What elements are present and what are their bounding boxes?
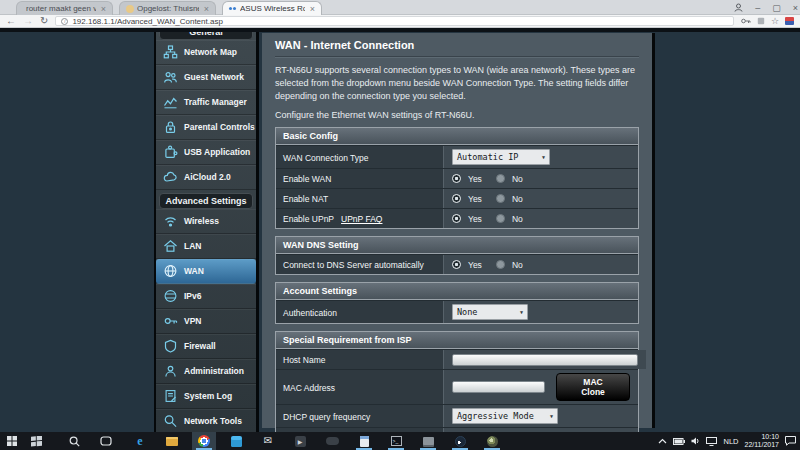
search-icon [69, 436, 80, 447]
sidebar-item-label: USB Application [184, 147, 250, 157]
wan-settings-content: WAN - Internet Connection RT-N66U suppor… [262, 33, 655, 428]
tab-title: ASUS Wireless Router RT [240, 4, 305, 13]
profile-icon[interactable] [734, 3, 743, 12]
mac-clone-button[interactable]: MAC Clone [556, 373, 630, 401]
banner-bottom-strip [0, 28, 800, 32]
network-icon[interactable] [706, 437, 717, 446]
sidebar-item-aicloud[interactable]: AiCloud 2.0 [156, 165, 256, 190]
movies-tv-icon: ▶ [295, 436, 306, 447]
authentication-select[interactable]: None▼ [452, 304, 528, 320]
sidebar-item-ipv6[interactable]: IPv6 [156, 284, 256, 309]
enable-wan-no-radio[interactable] [496, 174, 505, 183]
row-label: Enable NAT [276, 189, 444, 208]
taskbar-steam-item[interactable] [448, 432, 472, 450]
table-row: Host Name [276, 349, 638, 369]
upnp-faq-link[interactable]: UPnP FAQ [341, 214, 382, 224]
extension-icon[interactable] [785, 17, 794, 25]
radio-label: Yes [468, 174, 482, 184]
taskbar-command-prompt-item[interactable]: >_ [384, 432, 408, 450]
start-button[interactable] [0, 432, 24, 450]
row-label: Connect to DNS Server automatically [276, 255, 444, 274]
clock-date: 22/11/2017 [744, 441, 779, 449]
radio-label: Yes [468, 194, 482, 204]
taskbar-windows-item[interactable] [24, 432, 48, 450]
sidebar-item-firewall[interactable]: Firewall [156, 334, 256, 359]
star-icon[interactable]: ☆ [771, 17, 779, 26]
browser-tab-strip: router maakt geen verbi × Opgelost: Thui… [0, 0, 800, 15]
taskbar-movies-tv-item[interactable]: ▶ [288, 432, 312, 450]
section-basic-config: Basic Config WAN Connection Type Automat… [275, 127, 639, 229]
language-indicator[interactable]: NLD [723, 437, 738, 446]
sidebar-item-network-map[interactable]: Network Map [156, 40, 256, 65]
sidebar-item-label: VPN [184, 316, 201, 326]
forward-icon[interactable]: → [23, 16, 33, 26]
host-name-input[interactable] [452, 354, 638, 366]
enable-upnp-yes-radio[interactable] [452, 214, 461, 223]
wireless-icon [163, 214, 178, 228]
close-tab-icon[interactable]: × [202, 4, 211, 14]
taskbar-clock[interactable]: 10:10 22/11/2017 [744, 433, 779, 450]
battery-icon[interactable] [673, 438, 685, 445]
parental-controls-icon [163, 120, 178, 134]
taskbar-onenote-item[interactable] [352, 432, 376, 450]
task-view-button[interactable] [94, 432, 118, 450]
dhcp-query-frequency-select[interactable]: Aggressive Mode▼ [452, 408, 558, 424]
volume-icon[interactable] [691, 437, 700, 445]
taskbar-chrome-item-active[interactable] [192, 432, 216, 450]
enable-nat-no-radio[interactable] [496, 194, 505, 203]
enable-wan-yes-radio[interactable] [452, 174, 461, 183]
maximize-icon[interactable]: ▢ [772, 3, 781, 13]
key-icon[interactable] [741, 17, 751, 25]
browser-tab-2[interactable]: Opgelost: Thuisnetwerk × [119, 1, 216, 15]
info-icon[interactable]: i [61, 18, 68, 25]
sidebar-item-traffic-manager[interactable]: Traffic Manager [156, 90, 256, 115]
taskbar-app-item[interactable] [480, 432, 504, 450]
close-tab-icon[interactable]: × [308, 4, 317, 14]
taskbar-search-button[interactable] [62, 432, 86, 450]
close-icon[interactable]: × [793, 3, 798, 13]
radio-label: No [512, 214, 523, 224]
hidden-icons-chevron[interactable] [658, 438, 667, 444]
sidebar-item-wan-selected[interactable]: WAN [156, 259, 256, 284]
lan-icon [163, 239, 178, 253]
enable-upnp-no-radio[interactable] [496, 214, 505, 223]
wan-connection-type-select[interactable]: Automatic IP▼ [452, 149, 550, 165]
administration-icon [163, 364, 178, 378]
refresh-icon[interactable]: ↻ [40, 16, 48, 26]
sidebar-item-wireless[interactable]: Wireless [156, 209, 256, 234]
mac-address-input[interactable] [452, 381, 545, 393]
browser-tab-1[interactable]: router maakt geen verbi × [16, 1, 113, 15]
chevron-down-icon: ▼ [520, 309, 523, 315]
action-center-icon[interactable] [785, 436, 796, 446]
sidebar-item-label: System Log [184, 391, 232, 401]
address-bar[interactable]: i 192.168.1.1/Advanced_WAN_Content.asp [55, 16, 734, 26]
sidebar-item-lan[interactable]: LAN [156, 234, 256, 259]
page-icon[interactable] [757, 17, 765, 25]
back-icon[interactable]: ← [6, 16, 16, 26]
taskbar-store-item[interactable] [224, 432, 248, 450]
taskbar-xbox-item[interactable] [320, 432, 344, 450]
taskbar-devices-item[interactable] [416, 432, 440, 450]
taskbar-edge-item[interactable]: e [128, 432, 152, 450]
sidebar-item-parental-controls[interactable]: Parental Controls [156, 115, 256, 140]
dns-auto-yes-radio[interactable] [452, 260, 461, 269]
url-text[interactable]: 192.168.1.1/Advanced_WAN_Content.asp [72, 17, 222, 26]
enable-nat-yes-radio[interactable] [452, 194, 461, 203]
table-row: Enable UPnP UPnP FAQ Yes No [276, 208, 638, 228]
sidebar-item-usb-application[interactable]: USB Application [156, 140, 256, 165]
sidebar-item-system-log[interactable]: System Log [156, 384, 256, 409]
close-tab-icon[interactable]: × [99, 4, 108, 14]
minimize-icon[interactable]: – [755, 3, 760, 13]
taskbar-mail-item[interactable]: ✉ [256, 432, 280, 450]
sidebar-item-guest-network[interactable]: Guest Network [156, 65, 256, 90]
sidebar-item-label: WAN [184, 266, 204, 276]
section-header: Basic Config [276, 128, 638, 145]
sidebar-item-administration[interactable]: Administration [156, 359, 256, 384]
sidebar-item-vpn[interactable]: VPN [156, 309, 256, 334]
dns-auto-no-radio[interactable] [496, 260, 505, 269]
asus-favicon-icon [229, 5, 237, 13]
browser-tab-3-active[interactable]: ASUS Wireless Router RT × [222, 1, 322, 15]
sidebar-item-network-tools[interactable]: Network Tools [156, 409, 256, 432]
mail-icon: ✉ [264, 436, 272, 446]
taskbar-file-explorer-item[interactable] [160, 432, 184, 450]
